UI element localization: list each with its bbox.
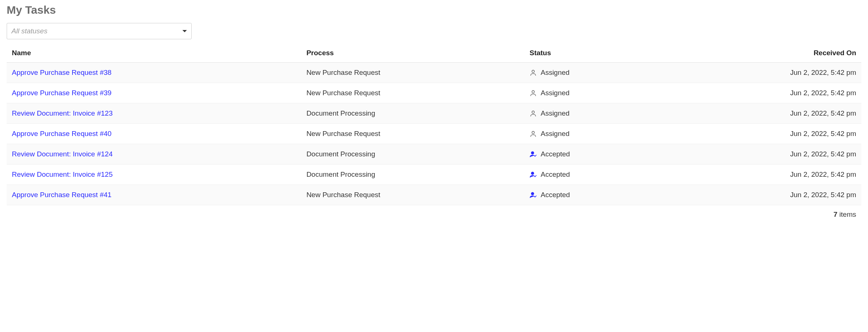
items-count: 7 items: [7, 205, 861, 219]
tasks-table: Name Process Status Received On Approve …: [7, 44, 861, 205]
svg-point-4: [531, 152, 534, 154]
task-process: Document Processing: [301, 103, 524, 124]
task-received-on: Jun 2, 2022, 5:42 pm: [659, 103, 861, 124]
table-row: Approve Purchase Request #40New Purchase…: [7, 124, 861, 144]
task-process: New Purchase Request: [301, 83, 524, 103]
table-row: Approve Purchase Request #41New Purchase…: [7, 185, 861, 205]
table-row: Approve Purchase Request #38New Purchase…: [7, 63, 861, 83]
person-icon: [529, 110, 537, 117]
task-process: New Purchase Request: [301, 124, 524, 144]
page-title: My Tasks: [7, 4, 861, 16]
task-process: Document Processing: [301, 165, 524, 185]
task-received-on: Jun 2, 2022, 5:42 pm: [659, 83, 861, 103]
column-header-received-on[interactable]: Received On: [659, 44, 861, 63]
items-count-label: items: [837, 210, 856, 218]
task-status: Assigned: [541, 109, 569, 117]
task-status: Accepted: [541, 191, 570, 199]
task-status: Assigned: [541, 130, 569, 138]
items-count-number: 7: [834, 210, 838, 218]
task-link[interactable]: Approve Purchase Request #40: [12, 130, 111, 137]
task-status: Accepted: [541, 150, 570, 158]
person-check-icon: [529, 150, 537, 158]
task-status: Assigned: [541, 89, 569, 97]
svg-point-5: [531, 172, 534, 175]
person-check-icon: [529, 191, 537, 199]
status-filter-placeholder: All statuses: [11, 27, 47, 35]
task-link[interactable]: Review Document: Invoice #124: [12, 150, 112, 158]
person-check-icon: [529, 171, 537, 178]
task-received-on: Jun 2, 2022, 5:42 pm: [659, 185, 861, 205]
table-row: Review Document: Invoice #123Document Pr…: [7, 103, 861, 124]
svg-point-1: [532, 90, 535, 93]
task-link[interactable]: Review Document: Invoice #123: [12, 109, 112, 117]
chevron-down-icon: [182, 30, 187, 32]
task-status: Assigned: [541, 69, 569, 77]
svg-point-2: [532, 111, 535, 113]
column-header-status[interactable]: Status: [524, 44, 659, 63]
task-link[interactable]: Approve Purchase Request #38: [12, 69, 111, 76]
table-row: Review Document: Invoice #125Document Pr…: [7, 165, 861, 185]
task-link[interactable]: Approve Purchase Request #39: [12, 89, 111, 97]
task-link[interactable]: Review Document: Invoice #125: [12, 170, 112, 178]
svg-point-0: [532, 70, 535, 73]
task-received-on: Jun 2, 2022, 5:42 pm: [659, 144, 861, 165]
person-icon: [529, 69, 537, 76]
status-filter-dropdown[interactable]: All statuses: [7, 23, 192, 39]
person-icon: [529, 130, 537, 137]
table-row: Approve Purchase Request #39New Purchase…: [7, 83, 861, 103]
svg-point-3: [532, 131, 535, 134]
task-received-on: Jun 2, 2022, 5:42 pm: [659, 165, 861, 185]
task-link[interactable]: Approve Purchase Request #41: [12, 191, 111, 199]
task-process: New Purchase Request: [301, 63, 524, 83]
table-row: Review Document: Invoice #124Document Pr…: [7, 144, 861, 165]
task-received-on: Jun 2, 2022, 5:42 pm: [659, 124, 861, 144]
task-received-on: Jun 2, 2022, 5:42 pm: [659, 63, 861, 83]
svg-point-6: [531, 192, 534, 195]
column-header-process[interactable]: Process: [301, 44, 524, 63]
task-process: Document Processing: [301, 144, 524, 165]
task-process: New Purchase Request: [301, 185, 524, 205]
task-status: Accepted: [541, 170, 570, 179]
column-header-name[interactable]: Name: [7, 44, 301, 63]
person-icon: [529, 89, 537, 97]
